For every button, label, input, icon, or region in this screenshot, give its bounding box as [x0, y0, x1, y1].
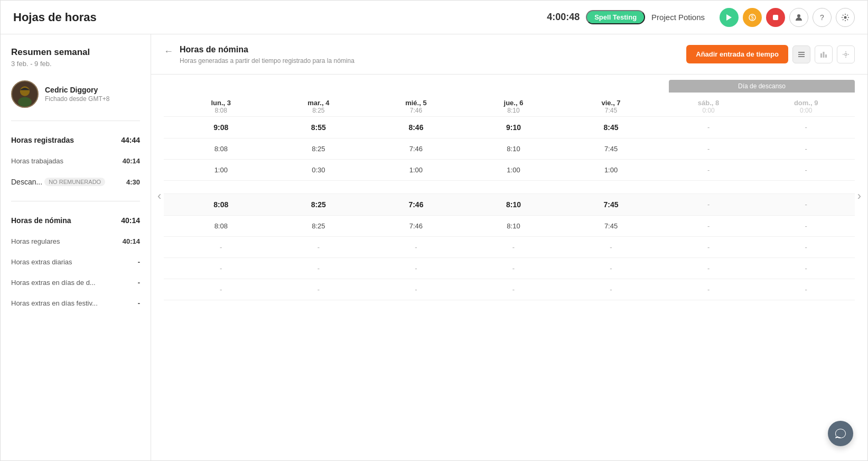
stat-value-daily-ot: -	[138, 258, 140, 266]
stat-label-daily-ot: Horas extras diarias	[11, 258, 72, 266]
content-subtitle: Horas generadas a partir del tiempo regi…	[180, 57, 354, 66]
stat-label-holiday-ot: Horas extras en días festiv...	[11, 299, 98, 307]
col-header-sat: sáb., 8 0:00	[660, 93, 758, 117]
chart-view-button[interactable]	[815, 45, 833, 63]
stat-value-registered: 44:44	[121, 136, 140, 144]
content-area: ← Horas de nómina Horas generadas a part…	[151, 34, 867, 460]
stat-label-rest-ot: Horas extras en días de d...	[11, 279, 96, 287]
sidebar-title: Resumen semanal	[11, 47, 140, 58]
svg-point-14	[845, 53, 847, 56]
col-header-thu: jue., 6 8:10	[465, 93, 563, 117]
col-header-sun: dom., 9 0:00	[757, 93, 855, 117]
col-header-fri: vie., 7 7:45	[562, 93, 660, 117]
play-icon[interactable]	[720, 8, 739, 27]
day-off-banner: Día de descanso	[669, 80, 855, 93]
sidebar: Resumen semanal 3 feb. - 9 feb. Cedric D…	[1, 34, 151, 460]
svg-point-7	[18, 97, 32, 107]
table-row: 1:00 0:30 1:00 1:00 1:00 - -	[164, 159, 855, 180]
svg-point-4	[844, 16, 847, 19]
stat-label-break: Descan... NO REMUNERADO	[11, 178, 107, 186]
settings-icon[interactable]	[836, 8, 855, 27]
page-title: Hojas de horas	[13, 11, 547, 24]
svg-rect-10	[798, 56, 805, 57]
stat-label-regular: Horas regulares	[11, 237, 60, 245]
table-row: - - - - - - -	[164, 236, 855, 257]
col-header-mon: lun., 3 8:08	[172, 93, 270, 117]
svg-point-3	[797, 14, 800, 17]
svg-rect-13	[825, 54, 827, 58]
no-rem-badge: NO REMUNERADO	[44, 178, 105, 186]
prev-week-button[interactable]: ‹	[157, 189, 161, 203]
col-header-tue: mar., 4 8:25	[270, 93, 368, 117]
stat-label-worked: Horas trabajadas	[11, 157, 63, 165]
svg-rect-12	[823, 52, 825, 58]
user-icon[interactable]	[789, 8, 808, 27]
next-week-button[interactable]: ›	[857, 189, 861, 203]
stat-row-rest-ot: Horas extras en días de d... -	[11, 276, 140, 289]
add-time-entry-button[interactable]: Añadir entrada de tiempo	[686, 45, 788, 63]
user-status: Fichado desde GMT+8	[45, 95, 109, 103]
table-row: 8:08 8:25 7:46 8:10 7:45 - -	[164, 215, 855, 236]
stat-row-regular: Horas regulares 40:14	[11, 235, 140, 247]
svg-rect-2	[773, 15, 778, 20]
table-row: - - - - - - -	[164, 257, 855, 279]
timer-display: 4:00:48	[547, 12, 580, 23]
back-arrow[interactable]: ←	[164, 46, 173, 57]
svg-text:$: $	[751, 15, 754, 21]
stat-value-rest-ot: -	[138, 279, 140, 287]
table-spacer	[164, 180, 855, 193]
stop-icon[interactable]	[766, 8, 785, 27]
svg-rect-11	[820, 53, 822, 58]
chat-float-button[interactable]	[828, 421, 853, 446]
coin-icon[interactable]: $	[743, 8, 762, 27]
svg-rect-9	[798, 54, 805, 55]
content-header: ← Horas de nómina Horas generadas a part…	[151, 34, 867, 75]
stat-row-payroll: Horas de nómina 40:14	[11, 214, 140, 227]
stat-label-registered: Horas registradas	[11, 136, 74, 144]
col-header-wed: mié., 5 7:46	[367, 93, 465, 117]
content-title: Horas de nómina	[180, 45, 354, 54]
help-icon[interactable]: ?	[813, 8, 832, 27]
stat-row-worked: Horas trabajadas 40:14	[11, 155, 140, 167]
stat-value-worked: 40:14	[123, 157, 140, 165]
table-row: 8:08 8:25 7:46 8:10 7:45 - -	[164, 138, 855, 159]
stat-row-daily-ot: Horas extras diarias -	[11, 256, 140, 268]
stat-row-registered: Horas registradas 44:44	[11, 134, 140, 146]
settings-view-button[interactable]	[837, 45, 855, 63]
sidebar-date: 3 feb. - 9 feb.	[11, 60, 140, 68]
stat-value-payroll: 40:14	[121, 216, 140, 225]
stat-value-break: 4:30	[126, 178, 140, 186]
stat-label-payroll: Horas de nómina	[11, 216, 71, 225]
stat-row-break: Descan... NO REMUNERADO 4:30	[11, 176, 140, 188]
table-row: - - - - - - -	[164, 279, 855, 300]
table-row: 9:08 8:55 8:46 9:10 8:45 - -	[164, 116, 855, 138]
spell-testing-badge[interactable]: Spell Testing	[586, 10, 645, 24]
svg-rect-8	[798, 52, 805, 53]
project-name: Project Potions	[651, 13, 705, 22]
avatar	[11, 80, 39, 108]
time-table: lun., 3 8:08 mar., 4 8:25 mié., 5 7:46	[164, 93, 855, 300]
stat-value-regular: 40:14	[123, 237, 140, 245]
stat-row-holiday-ot: Horas extras en días festiv... -	[11, 297, 140, 309]
user-name: Cedric Diggory	[45, 86, 109, 94]
list-view-button[interactable]	[792, 45, 810, 63]
table-row: 8:08 8:25 7:46 8:10 7:45 - -	[164, 193, 855, 215]
stat-value-holiday-ot: -	[138, 299, 140, 307]
